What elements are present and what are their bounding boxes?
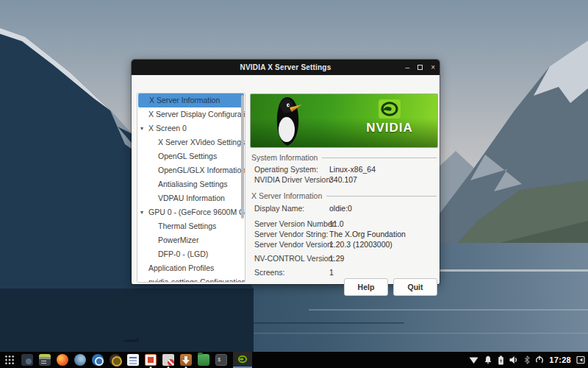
sidebar-item-opengl-glx-information[interactable]: OpenGL/GLX Information bbox=[137, 163, 245, 177]
nvidia-icon bbox=[237, 355, 248, 364]
maximize-icon[interactable] bbox=[417, 65, 423, 70]
quit-button[interactable]: Quit bbox=[393, 278, 437, 296]
nvidia-wordmark: NVIDIA bbox=[349, 121, 430, 135]
expander-icon[interactable]: ▾ bbox=[140, 121, 143, 135]
package-installer-icon bbox=[180, 354, 192, 366]
section-rule bbox=[322, 158, 437, 158]
sidebar-item-opengl-settings[interactable]: OpenGL Settings bbox=[137, 149, 245, 163]
launcher-dimmed-app[interactable] bbox=[21, 354, 33, 366]
wifi-icon[interactable] bbox=[469, 355, 478, 364]
sidebar-scrollbar[interactable] bbox=[241, 94, 244, 283]
sidebar-item-x-screen-0[interactable]: ▾ X Screen 0 bbox=[137, 121, 245, 135]
media-player-icon bbox=[110, 354, 121, 366]
sidebar-item-dfp-0[interactable]: DFP-0 - (LGD) bbox=[137, 247, 245, 261]
launcher-file-manager[interactable] bbox=[39, 354, 51, 366]
help-button[interactable]: Help bbox=[344, 278, 388, 296]
desktop: NVIDIA X Server Settings – × X Server In… bbox=[0, 0, 588, 368]
app-menu-button[interactable] bbox=[4, 354, 15, 366]
sidebar-item-application-profiles[interactable]: Application Profiles bbox=[137, 261, 245, 275]
writer-document-icon bbox=[127, 354, 139, 366]
clock[interactable]: 17:28 bbox=[549, 355, 571, 364]
nvidia-eye-icon bbox=[377, 99, 402, 121]
launcher-pdf-document[interactable] bbox=[145, 354, 157, 366]
firefox-icon bbox=[57, 354, 68, 366]
nvidia-banner: NVIDIA bbox=[250, 93, 438, 148]
launcher-package-installer[interactable] bbox=[180, 354, 192, 366]
green-folder-icon bbox=[198, 354, 209, 366]
launcher-thunderbird[interactable] bbox=[74, 354, 86, 366]
sidebar-item-vdpau-information[interactable]: VDPAU Information bbox=[137, 191, 245, 205]
taskbar-nvidia-settings-active[interactable] bbox=[233, 352, 252, 368]
info-panel: NVIDIA System Information Operating Syst… bbox=[250, 91, 438, 300]
blue-browser-icon bbox=[92, 354, 104, 366]
launcher-blue-browser[interactable] bbox=[92, 354, 104, 366]
launcher-green-folder[interactable] bbox=[198, 354, 209, 366]
sidebar-item-thermal-settings[interactable]: Thermal Settings bbox=[137, 219, 245, 233]
blocked-document-icon bbox=[162, 354, 174, 366]
info-row-display-name: Display Name: oldie:0 bbox=[250, 204, 438, 213]
window-title: NVIDIA X Server Settings bbox=[240, 63, 331, 71]
launcher-writer-document[interactable] bbox=[127, 354, 139, 366]
section-rule bbox=[326, 196, 437, 197]
minimize-icon[interactable]: – bbox=[406, 60, 410, 75]
launcher-blocked-document[interactable] bbox=[162, 354, 174, 366]
thunderbird-icon bbox=[74, 354, 86, 366]
sidebar-item-antialiasing-settings[interactable]: Antialiasing Settings bbox=[137, 177, 245, 191]
system-tray: 17:28 bbox=[469, 355, 588, 365]
sidebar-item-powermizer[interactable]: PowerMizer bbox=[137, 233, 245, 247]
taskbar: $ 17:28 bbox=[0, 352, 588, 368]
section-header-x-server-information: X Server Information bbox=[251, 191, 437, 201]
terminal-icon: $ bbox=[215, 354, 227, 366]
settings-category-list: X Server Information X Server Display Co… bbox=[137, 93, 245, 283]
nvidia-settings-window: NVIDIA X Server Settings – × X Server In… bbox=[132, 60, 440, 284]
info-row-nv-control-version: NV-CONTROL Version: 1.29 bbox=[250, 254, 438, 263]
info-row-server-vendor-string: Server Vendor String: The X.Org Foundati… bbox=[250, 230, 438, 239]
sidebar-item-x-server-information[interactable]: X Server Information bbox=[138, 93, 244, 107]
launcher-firefox[interactable] bbox=[57, 354, 68, 366]
panel-expand-icon[interactable] bbox=[576, 355, 585, 364]
info-row-operating-system: Operating System: Linux-x86_64 bbox=[250, 165, 438, 174]
bluetooth-icon[interactable] bbox=[524, 355, 530, 364]
volume-icon[interactable] bbox=[509, 355, 519, 364]
window-titlebar[interactable]: NVIDIA X Server Settings – × bbox=[132, 60, 440, 75]
close-icon[interactable]: × bbox=[431, 60, 435, 75]
info-row-server-vendor-version: Server Vendor Version: 1.20.3 (12003000) bbox=[250, 240, 438, 250]
info-row-driver-version: NVIDIA Driver Version: 340.107 bbox=[250, 175, 438, 185]
app-grid-icon bbox=[4, 354, 15, 366]
sidebar-item-gpu-0[interactable]: ▾ GPU 0 - (GeForce 9600M GS) bbox=[137, 205, 245, 219]
pdf-document-icon bbox=[145, 354, 157, 366]
info-row-screens: Screens: 1 bbox=[250, 268, 438, 277]
notifications-bell-icon[interactable] bbox=[484, 355, 492, 364]
sidebar-item-x-server-display-configuration[interactable]: X Server Display Configuration bbox=[137, 107, 245, 121]
expander-icon[interactable]: ▾ bbox=[140, 205, 143, 219]
sidebar-item-xvideo-settings[interactable]: X Server XVideo Settings bbox=[137, 135, 245, 149]
battery-icon[interactable] bbox=[498, 355, 504, 365]
power-icon[interactable] bbox=[535, 355, 544, 364]
info-row-server-version-number: Server Version Number: 11.0 bbox=[250, 219, 438, 229]
sidebar-item-nvidia-settings-configuration[interactable]: nvidia-settings Configuration bbox=[137, 275, 245, 283]
section-header-system-information: System Information bbox=[251, 152, 437, 163]
dimmed-app-icon bbox=[21, 354, 33, 366]
launcher-terminal[interactable]: $ bbox=[215, 354, 227, 366]
tux-penguin-image bbox=[267, 94, 309, 148]
file-manager-icon bbox=[39, 354, 51, 366]
launcher-media-player[interactable] bbox=[110, 354, 121, 366]
